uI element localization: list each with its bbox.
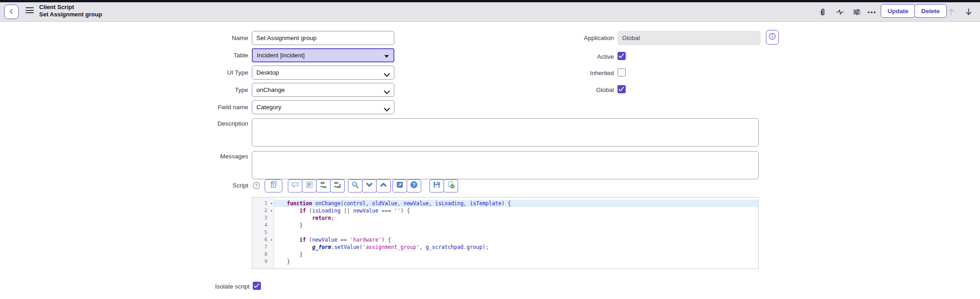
- help-outline-icon[interactable]: ?: [252, 181, 261, 190]
- popout-icon: [396, 181, 404, 191]
- edit-script-button[interactable]: [265, 179, 282, 193]
- paperclip-icon[interactable]: [817, 7, 827, 17]
- code-line[interactable]: [274, 229, 758, 236]
- line-number: 9: [264, 258, 267, 264]
- format-lines-icon: [305, 181, 313, 191]
- code-line[interactable]: }: [274, 251, 758, 258]
- info-icon: [769, 33, 776, 42]
- active-label: Active: [514, 53, 614, 60]
- svg-text:ab: ab: [321, 181, 325, 185]
- type-select[interactable]: onChange: [252, 83, 394, 97]
- replace-all-button[interactable]: abac: [330, 179, 345, 193]
- floppy-disk-icon: [433, 181, 441, 191]
- api-help-button[interactable]: ?: [407, 179, 421, 193]
- ui-type-select[interactable]: Desktop: [252, 66, 394, 80]
- client-script-form-page: Client Script Set Assignment group ••• U…: [0, 0, 980, 299]
- line-number: 8: [264, 251, 267, 257]
- line-number: 4: [264, 222, 267, 228]
- fold-arrow-icon[interactable]: ▾: [271, 207, 273, 214]
- global-label: Global: [514, 86, 614, 93]
- active-checkbox[interactable]: [618, 52, 626, 60]
- description-label: Description: [148, 120, 248, 127]
- svg-text:?: ?: [255, 183, 258, 188]
- delete-button[interactable]: Delete: [914, 4, 947, 18]
- help-globe-icon: ?: [410, 181, 418, 191]
- update-button[interactable]: Update: [881, 4, 915, 18]
- replace-icon: abac: [319, 181, 327, 191]
- line-number: 3: [264, 215, 267, 221]
- chevron-up-bold-icon: [379, 181, 388, 191]
- svg-text:ab: ab: [334, 181, 338, 185]
- ui-type-select-value: Desktop: [256, 69, 279, 76]
- form-context-menu-icon[interactable]: [26, 7, 34, 14]
- fold-arrow-icon[interactable]: ▾: [271, 200, 273, 207]
- name-label: Name: [148, 35, 248, 41]
- application-info-button[interactable]: [766, 30, 779, 45]
- isolate-script-checkbox[interactable]: [253, 282, 261, 290]
- table-select[interactable]: Incident [incident]: [252, 48, 394, 62]
- chevron-down-icon: [384, 71, 390, 78]
- check-icon: [618, 53, 624, 59]
- type-label: Type: [148, 86, 248, 93]
- save-button[interactable]: [429, 179, 444, 193]
- global-checkbox[interactable]: [618, 85, 626, 93]
- chevron-down-icon: [384, 106, 390, 113]
- page-title: Client Script Set Assignment group: [39, 4, 102, 18]
- find-previous-button[interactable]: [376, 179, 391, 193]
- fold-arrow-icon[interactable]: ▾: [271, 236, 273, 243]
- chevron-down-bold-icon: [365, 181, 373, 191]
- syntax-check-icon: [447, 181, 455, 191]
- field-name-select[interactable]: Category: [252, 100, 394, 114]
- inherited-checkbox[interactable]: [618, 68, 626, 76]
- edit-script-icon: [270, 181, 278, 191]
- script-editor: 1▾2▾3456▾789 function onChange(control, …: [252, 197, 759, 269]
- name-input[interactable]: [252, 31, 394, 45]
- isolate-script-label: Isolate script: [149, 283, 250, 290]
- previous-record-icon[interactable]: [946, 7, 956, 17]
- application-value-text: Global: [622, 35, 640, 41]
- chevron-down-icon: [384, 89, 390, 96]
- code-line[interactable]: if (isLoading || newValue === '') {: [274, 207, 758, 214]
- field-name-select-value: Category: [256, 104, 281, 111]
- editor-gutter: 1▾2▾3456▾789: [252, 198, 274, 269]
- search-button[interactable]: [348, 179, 362, 193]
- replace-all-icon: abac: [333, 181, 342, 191]
- check-syntax-button[interactable]: [444, 179, 458, 193]
- code-line[interactable]: }: [274, 258, 758, 265]
- table-label: Table: [148, 52, 248, 59]
- record-type: Client Script: [39, 4, 102, 11]
- svg-text:ac: ac: [323, 185, 327, 189]
- line-number: 5: [264, 229, 267, 235]
- code-line[interactable]: if (newValue == 'hardware') {: [274, 236, 758, 243]
- sliders-icon[interactable]: [852, 7, 862, 17]
- record-name: Set Assignment group: [39, 11, 102, 18]
- more-icon[interactable]: •••: [867, 7, 877, 17]
- table-select-value: Incident [incident]: [257, 52, 305, 59]
- inherited-label: Inherited: [514, 70, 614, 76]
- next-record-icon[interactable]: [964, 7, 974, 17]
- format-code-button[interactable]: [302, 179, 316, 193]
- code-line[interactable]: function onChange(control, oldValue, new…: [274, 200, 758, 207]
- search-icon: [351, 181, 359, 191]
- find-next-button[interactable]: [362, 179, 377, 193]
- form-header: Client Script Set Assignment group ••• U…: [0, 2, 980, 22]
- activity-icon[interactable]: [835, 7, 845, 17]
- description-textarea[interactable]: [252, 118, 759, 147]
- script-toolbar: ? abac abac: [252, 178, 458, 193]
- messages-textarea[interactable]: [252, 151, 759, 179]
- editor-code[interactable]: function onChange(control, oldValue, new…: [274, 198, 758, 269]
- line-number: 7: [264, 244, 267, 250]
- code-line[interactable]: return;: [274, 214, 758, 222]
- check-icon: [618, 86, 624, 92]
- check-icon: [254, 283, 260, 289]
- toggle-comment-button[interactable]: [288, 179, 302, 193]
- line-number: 2: [264, 208, 267, 213]
- open-in-new-window-button[interactable]: [393, 179, 407, 193]
- back-button[interactable]: [4, 5, 19, 19]
- code-line[interactable]: }: [274, 222, 758, 229]
- application-label: Application: [514, 35, 614, 41]
- type-select-value: onChange: [256, 86, 285, 93]
- line-number: 6: [264, 237, 267, 243]
- replace-button[interactable]: abac: [316, 179, 331, 193]
- code-line[interactable]: g_form.setValue('assignment_group', g_sc…: [274, 243, 758, 251]
